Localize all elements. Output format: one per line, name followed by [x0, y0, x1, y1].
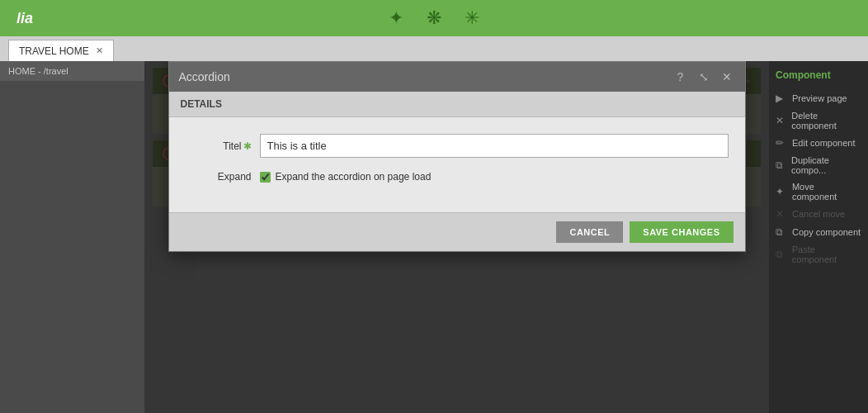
expand-checkbox[interactable] — [260, 172, 271, 183]
move-label: Move component — [792, 182, 861, 202]
sidebar-item-duplicate[interactable]: ⧉ Duplicate compo... — [776, 152, 861, 178]
sidebar-item-delete[interactable]: ✕ Delete component — [776, 107, 861, 134]
delete-icon: ✕ — [776, 115, 786, 126]
duplicate-icon: ⧉ — [776, 159, 786, 171]
paste-icon: ⧉ — [776, 249, 787, 260]
copy-label: Copy component — [792, 227, 861, 237]
preview-icon: ▶ — [776, 93, 787, 104]
modal-title: Accordion — [179, 70, 230, 83]
modal-header: Accordion ? ⤡ ✕ — [169, 62, 745, 92]
tab-bar: TRAVEL HOME ✕ — [0, 36, 868, 61]
top-bar: lia ✦ ❋ ✳ — [0, 0, 868, 36]
modal-footer: CANCEL SAVE CHANGES — [169, 212, 745, 251]
expand-icon[interactable]: ⤡ — [696, 69, 712, 85]
sidebar-item-copy[interactable]: ⧉ Copy component — [776, 223, 861, 241]
close-icon[interactable]: ✕ — [719, 69, 735, 85]
accordion-modal: Accordion ? ⤡ ✕ DETAILS Titel✱ — [168, 61, 746, 252]
sidebar-item-edit[interactable]: ✏ Edit component — [776, 134, 861, 152]
section-header: DETAILS — [169, 92, 745, 117]
move-plus-icon: ✦ — [776, 186, 787, 197]
top-bar-icons: ✦ ❋ ✳ — [389, 7, 479, 29]
modal-form: Titel✱ Expand Expand the accordion on pa… — [169, 117, 745, 212]
expand-checkbox-label: Expand the accordion on page load — [276, 171, 432, 183]
center-content: ACCORDION ✦ ✏ This is a title ACCORDIONI… — [144, 61, 769, 413]
paste-label: Paste component — [792, 244, 861, 264]
duplicate-label: Duplicate compo... — [791, 155, 861, 175]
tab-label: TRAVEL HOME — [19, 45, 89, 57]
sidebar-item-cancel-move: ✕ Cancel move — [776, 205, 861, 223]
titel-input[interactable] — [260, 134, 729, 158]
nav-icon-2[interactable]: ❋ — [427, 7, 441, 29]
tab-close-icon[interactable]: ✕ — [96, 45, 103, 56]
main-area: HOME - /travel ACCORDION ✦ ✏ This is a t… — [0, 61, 868, 413]
cancel-button[interactable]: CANCEL — [556, 221, 623, 243]
edit-pencil-icon: ✏ — [776, 137, 787, 149]
titel-row: Titel✱ — [186, 134, 729, 158]
expand-row: Expand Expand the accordion on page load — [186, 171, 729, 183]
copy-icon: ⧉ — [776, 226, 787, 238]
breadcrumb: HOME - /travel — [0, 61, 144, 81]
tab-travel-home[interactable]: TRAVEL HOME ✕ — [8, 40, 114, 61]
cancel-move-icon: ✕ — [776, 208, 787, 220]
sidebar-item-preview[interactable]: ▶ Preview page — [776, 89, 861, 107]
modal-body: DETAILS Titel✱ Expand — [169, 92, 745, 212]
cancel-move-label: Cancel move — [792, 209, 845, 219]
sidebar-item-paste: ⧉ Paste component — [776, 241, 861, 268]
right-sidebar: Component ▶ Preview page ✕ Delete compon… — [769, 61, 868, 413]
expand-checkbox-row: Expand the accordion on page load — [260, 171, 432, 183]
titel-label: Titel✱ — [186, 140, 252, 152]
left-sidebar: HOME - /travel — [0, 61, 144, 413]
nav-icon-1[interactable]: ✦ — [389, 7, 403, 29]
delete-label: Delete component — [791, 111, 861, 131]
required-star: ✱ — [243, 140, 252, 152]
edit-label: Edit component — [792, 138, 855, 148]
right-sidebar-title: Component — [776, 69, 861, 81]
expand-label: Expand — [186, 171, 252, 183]
sidebar-item-move[interactable]: ✦ Move component — [776, 178, 861, 205]
modal-header-actions: ? ⤡ ✕ — [672, 69, 735, 85]
modal-overlay: Accordion ? ⤡ ✕ DETAILS Titel✱ — [144, 61, 769, 413]
save-button[interactable]: SAVE CHANGES — [630, 221, 733, 243]
nav-icon-3[interactable]: ✳ — [465, 7, 479, 29]
app-logo: lia — [17, 10, 33, 27]
help-icon[interactable]: ? — [672, 69, 689, 85]
preview-label: Preview page — [792, 93, 847, 103]
